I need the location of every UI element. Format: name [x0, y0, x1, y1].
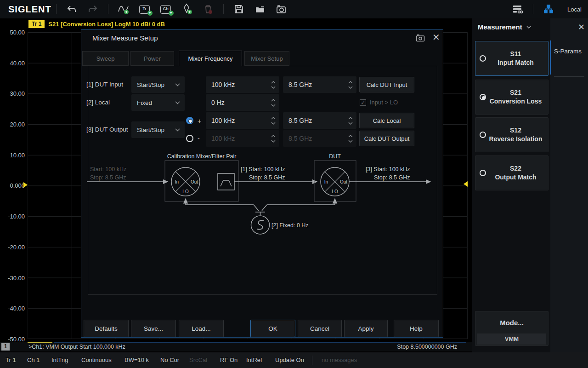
input-start-label: Start: 100 kHz [90, 166, 126, 172]
radio-icon[interactable] [480, 170, 486, 176]
dut-diagram-label: DUT [329, 153, 341, 160]
screenshot-icon[interactable] [271, 2, 292, 17]
output-stop-label: Stop: 8.5 GHz [374, 174, 410, 181]
spinner-arrows[interactable] [348, 117, 353, 125]
tab-sweep[interactable]: Sweep [82, 51, 129, 66]
measurement-sidebar: Measurement ✕ S11 Input Match S21 Conver… [472, 18, 588, 352]
channel-stop-readout: Stop 8.500000000 GHz [397, 344, 457, 350]
status-item-srccal[interactable]: SrcCal [189, 356, 207, 363]
ok-button[interactable]: OK [250, 320, 295, 337]
calc-local-button[interactable]: Calc Local [359, 113, 414, 128]
measurement-option-s12[interactable]: S12 Reverse Isolation [475, 117, 548, 152]
message-area: no messages [322, 356, 357, 363]
param-code: S12 [486, 126, 545, 135]
dut-input-start-field[interactable]: 100 kHz [206, 76, 279, 93]
tab-mixer-setup[interactable]: Mixer Setup [244, 51, 289, 66]
svg-text:Out: Out [191, 179, 198, 184]
radio-icon[interactable] [480, 55, 486, 62]
radio-selected-icon[interactable] [480, 94, 486, 100]
redo-icon[interactable] [82, 2, 103, 17]
dut-output-start-field-plus[interactable]: 100 kHz [206, 112, 279, 129]
y-axis-tick: 30.00 [0, 90, 25, 97]
measurement-option-s21[interactable]: S21 Conversion Loss [475, 80, 548, 115]
trace-settings-text[interactable]: S21 [Conversion Loss] LogM 10 dB/ 0 dB [48, 21, 165, 28]
active-trace-underline [28, 342, 52, 343]
load-button[interactable]: Load... [179, 320, 224, 337]
status-item-sweep[interactable]: Continuous [81, 356, 112, 363]
cancel-button[interactable]: Cancel [298, 320, 342, 337]
trace-info-bar[interactable]: Tr 1 S21 [Conversion Loss] LogM 10 dB/ 0… [28, 20, 165, 28]
status-item-bandwidth[interactable]: BW=10 k [124, 356, 149, 363]
dialog-close-icon[interactable]: ✕ [432, 32, 440, 43]
save-button[interactable]: Save... [131, 320, 176, 337]
defaults-button[interactable]: Defaults [84, 320, 129, 337]
add-trace-icon[interactable] [113, 2, 134, 17]
y-axis-tick: 0.000 [0, 182, 25, 189]
status-item-rf[interactable]: RF On [220, 356, 237, 363]
new-trace-window-icon[interactable]: Tr + [134, 2, 155, 17]
local-label: [2] Local [86, 99, 110, 106]
instrument-status-bar: Tr 1 Ch 1 IntTrig Continuous BW=10 k No … [0, 352, 588, 368]
param-name: Conversion Loss [486, 97, 545, 106]
close-icon[interactable]: ✕ [578, 22, 585, 32]
recall-icon[interactable] [249, 2, 271, 17]
measurement-option-s22[interactable]: S22 Output Match [475, 155, 548, 190]
input-gt-lo-checkbox[interactable]: ✓ Input > LO [360, 99, 398, 106]
brand-logo: SIGLENT [8, 4, 51, 15]
lo-minus-radio[interactable] [186, 135, 193, 142]
add-marker-icon[interactable] [176, 2, 198, 17]
spinner-arrows[interactable] [271, 99, 276, 107]
dialog-screenshot-icon[interactable] [416, 34, 425, 44]
help-button[interactable]: Help [394, 320, 439, 337]
tab-mixer-frequency[interactable]: Mixer Frequency [179, 51, 242, 66]
dut-input-mode-select[interactable]: Start/Stop [131, 76, 185, 93]
mode-button[interactable]: Mode... VMM [475, 311, 548, 346]
tab-s-params[interactable]: S-Params [554, 48, 582, 55]
y-axis-tick: -20.00 [0, 244, 25, 251]
status-bar-separator [312, 356, 312, 365]
delete-icon[interactable] [198, 2, 219, 17]
apply-button[interactable]: Apply [344, 320, 388, 337]
window-layout-icon[interactable] [507, 2, 528, 17]
status-item-correction[interactable]: No Cor [160, 356, 179, 363]
param-name: Reverse Isolation [486, 135, 545, 144]
tab-divider [554, 76, 584, 77]
add-channel-icon[interactable]: Ch + [155, 2, 176, 17]
lo-plus-radio[interactable] [186, 117, 193, 124]
svg-text:In: In [175, 179, 179, 184]
toolbar-separator [223, 4, 224, 14]
undo-icon[interactable] [61, 2, 82, 17]
svg-text:In: In [324, 179, 328, 184]
dut-input-stop-field[interactable]: 8.5 GHz [283, 76, 356, 93]
lan-status-icon[interactable] [538, 2, 559, 17]
measurement-option-s11[interactable]: S11 Input Match [475, 41, 548, 76]
status-item-update[interactable]: Update On [275, 356, 304, 363]
spinner-arrows[interactable] [271, 81, 276, 89]
status-item-trace[interactable]: Tr 1 [6, 356, 16, 363]
status-item-reference[interactable]: IntRef [246, 356, 262, 363]
dut-output-stop-field-plus[interactable]: 8.5 GHz [283, 112, 356, 129]
save-icon[interactable] [228, 2, 249, 17]
dut-output-mode-select[interactable]: Start/Stop [131, 121, 185, 138]
spinner-arrows[interactable] [271, 117, 276, 125]
trace-badge[interactable]: Tr 1 [28, 20, 45, 28]
svg-text:Out: Out [340, 179, 347, 184]
channel-start-readout: >Ch1: VMM Output Start 100.000 kHz [28, 344, 125, 350]
mode-value-badge: VMM [477, 334, 546, 345]
y-axis-tick: -50.00 [0, 336, 25, 343]
tab-power[interactable]: Power [130, 51, 174, 66]
mid-start-label: [1] Start: 100 kHz [241, 166, 285, 172]
calibration-pair-label: Calibration Mixer/Filter Pair [167, 153, 237, 160]
radio-icon[interactable] [480, 132, 486, 138]
calc-dut-output-button[interactable]: Calc DUT Output [359, 131, 414, 146]
status-item-trigger[interactable]: IntTrig [51, 356, 68, 363]
channel-number-badge[interactable]: 1 [1, 343, 10, 351]
y-axis-tick: -10.00 [0, 213, 25, 220]
local-fixed-field[interactable]: 0 Hz [206, 94, 279, 111]
calc-dut-input-button[interactable]: Calc DUT Input [359, 77, 414, 92]
local-mode-select[interactable]: Fixed [131, 94, 185, 111]
status-item-channel[interactable]: Ch 1 [27, 356, 40, 363]
y-axis-tick: -30.00 [0, 275, 25, 282]
sidebar-title[interactable]: Measurement [478, 23, 531, 31]
spinner-arrows[interactable] [348, 81, 353, 89]
